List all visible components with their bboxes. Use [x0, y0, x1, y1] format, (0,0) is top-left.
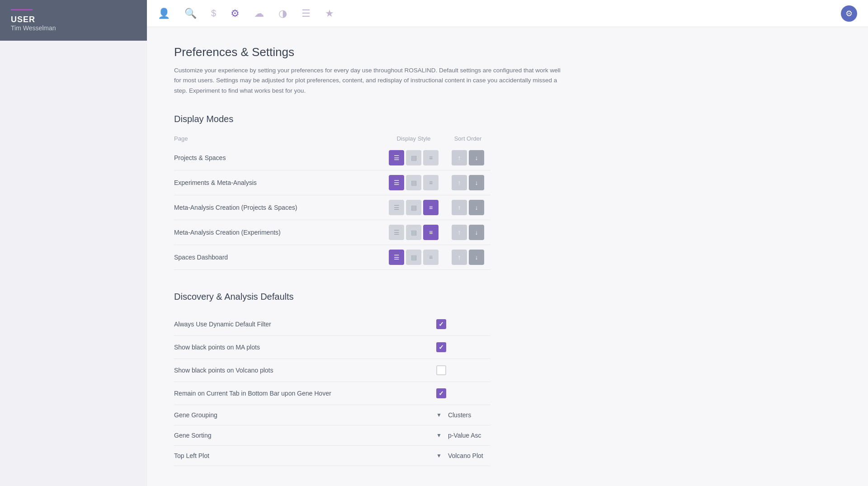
- table-row: Meta-Analysis Creation (Projects & Space…: [174, 195, 491, 220]
- style-btn-grid[interactable]: ▤: [406, 225, 421, 240]
- list-icon[interactable]: ☰: [302, 8, 311, 19]
- dropdown-arrow-icon: ▼: [436, 412, 442, 418]
- setting-label: Always Use Dynamic Default Filter: [174, 321, 436, 328]
- style-btn-compact[interactable]: ≡: [423, 250, 439, 265]
- style-btn-grid[interactable]: ▤: [406, 175, 421, 190]
- setting-row-gene-grouping: Gene Grouping ▼ Clusters: [174, 405, 491, 425]
- setting-control: [436, 365, 491, 375]
- page-description: Customize your experience by setting you…: [174, 66, 563, 96]
- style-btn-compact[interactable]: ≡: [423, 200, 439, 215]
- sidebar-header: USER Tim Wesselman: [0, 0, 147, 41]
- user-label: USER: [11, 15, 136, 24]
- star-icon[interactable]: ★: [325, 8, 334, 19]
- user-name: Tim Wesselman: [11, 24, 136, 32]
- style-buttons: ☰ ▤ ≡: [382, 225, 445, 240]
- setting-row-ma-plots: Show black points on MA plots: [174, 336, 491, 359]
- checkbox-remain-tab[interactable]: [436, 388, 446, 398]
- display-modes-section: Display Modes Page Display Style Sort Or…: [174, 114, 841, 270]
- setting-label: Gene Sorting: [174, 432, 436, 439]
- setting-label: Show black points on Volcano plots: [174, 367, 436, 374]
- gear-icon[interactable]: ⚙: [231, 8, 240, 19]
- user-icon[interactable]: 👤: [158, 8, 170, 19]
- dropdown-arrow-icon: ▼: [436, 432, 442, 439]
- order-buttons: ↑ ↓: [445, 200, 491, 215]
- style-buttons: ☰ ▤ ≡: [382, 150, 445, 165]
- setting-row-remain-tab: Remain on Current Tab in Bottom Bar upon…: [174, 382, 491, 405]
- style-btn-grid[interactable]: ▤: [406, 150, 421, 165]
- style-btn-grid[interactable]: ▤: [406, 250, 421, 265]
- style-buttons: ☰ ▤ ≡: [382, 200, 445, 215]
- checkbox-dynamic-filter[interactable]: [436, 319, 446, 329]
- setting-control[interactable]: ▼ p-Value Asc: [436, 432, 491, 439]
- setting-row-dynamic-filter: Always Use Dynamic Default Filter: [174, 313, 491, 336]
- style-btn-list[interactable]: ☰: [389, 150, 404, 165]
- dollar-icon[interactable]: $: [211, 8, 216, 19]
- setting-row-gene-sorting: Gene Sorting ▼ p-Value Asc: [174, 425, 491, 446]
- setting-label: Top Left Plot: [174, 452, 436, 459]
- dropdown-arrow-icon: ▼: [436, 453, 442, 459]
- checkbox-ma-plots[interactable]: [436, 342, 446, 352]
- topbar-right-gear[interactable]: ⚙: [841, 5, 857, 22]
- setting-label: Gene Grouping: [174, 411, 436, 419]
- discovery-defaults-section: Discovery & Analysis Defaults Always Use…: [174, 292, 841, 466]
- style-btn-list[interactable]: ☰: [389, 175, 404, 190]
- cloud-icon[interactable]: ☁: [254, 8, 264, 19]
- setting-control[interactable]: ▼ Clusters: [436, 411, 491, 419]
- gene-sorting-value: p-Value Asc: [448, 432, 481, 439]
- order-down-btn[interactable]: ↓: [469, 225, 484, 240]
- setting-control: [436, 319, 491, 329]
- style-btn-list[interactable]: ☰: [389, 250, 404, 265]
- table-row: Projects & Spaces ☰ ▤ ≡ ↑ ↓: [174, 146, 491, 170]
- table-row: Experiments & Meta-Analysis ☰ ▤ ≡ ↑ ↓: [174, 170, 491, 195]
- discovery-defaults-title: Discovery & Analysis Defaults: [174, 292, 841, 302]
- order-up-btn[interactable]: ↑: [452, 250, 467, 265]
- order-buttons: ↑ ↓: [445, 225, 491, 240]
- style-btn-compact[interactable]: ≡: [423, 150, 439, 165]
- page-name: Experiments & Meta-Analysis: [174, 179, 382, 186]
- topbar-right: ⚙: [841, 5, 857, 22]
- chart-icon[interactable]: ◑: [278, 8, 287, 19]
- checkbox-volcano-plots[interactable]: [436, 365, 446, 375]
- style-btn-list[interactable]: ☰: [389, 200, 404, 215]
- table-row: Spaces Dashboard ☰ ▤ ≡ ↑ ↓: [174, 245, 491, 270]
- order-up-btn[interactable]: ↑: [452, 200, 467, 215]
- order-up-btn[interactable]: ↑: [452, 175, 467, 190]
- setting-control: [436, 388, 491, 398]
- setting-row-top-left-plot: Top Left Plot ▼ Volcano Plot: [174, 446, 491, 466]
- sidebar-body: [0, 41, 147, 486]
- main-content: Preferences & Settings Customize your ex…: [147, 27, 868, 486]
- gene-grouping-value: Clusters: [448, 411, 471, 419]
- search-icon[interactable]: 🔍: [184, 8, 197, 19]
- style-btn-grid[interactable]: ▤: [406, 200, 421, 215]
- page-name: Meta-Analysis Creation (Projects & Space…: [174, 204, 382, 211]
- order-down-btn[interactable]: ↓: [469, 175, 484, 190]
- style-btn-list[interactable]: ☰: [389, 225, 404, 240]
- style-buttons: ☰ ▤ ≡: [382, 175, 445, 190]
- setting-control: [436, 342, 491, 352]
- order-up-btn[interactable]: ↑: [452, 150, 467, 165]
- order-down-btn[interactable]: ↓: [469, 150, 484, 165]
- page-name: Projects & Spaces: [174, 154, 382, 161]
- order-buttons: ↑ ↓: [445, 175, 491, 190]
- topbar: 👤 🔍 $ ⚙ ☁ ◑ ☰ ★ ⚙: [147, 0, 868, 27]
- order-buttons: ↑ ↓: [445, 250, 491, 265]
- top-left-plot-value: Volcano Plot: [448, 452, 483, 459]
- sidebar-accent: [11, 9, 33, 10]
- table-row: Meta-Analysis Creation (Experiments) ☰ ▤…: [174, 220, 491, 245]
- header-style: Display Style: [382, 135, 445, 142]
- style-btn-compact[interactable]: ≡: [423, 175, 439, 190]
- display-modes-header: Page Display Style Sort Order: [174, 135, 491, 142]
- setting-control[interactable]: ▼ Volcano Plot: [436, 452, 491, 459]
- style-btn-compact[interactable]: ≡: [423, 225, 439, 240]
- display-modes-title: Display Modes: [174, 114, 841, 124]
- header-order: Sort Order: [445, 135, 491, 142]
- order-buttons: ↑ ↓: [445, 150, 491, 165]
- header-page: Page: [174, 135, 382, 142]
- order-up-btn[interactable]: ↑: [452, 225, 467, 240]
- style-buttons: ☰ ▤ ≡: [382, 250, 445, 265]
- order-down-btn[interactable]: ↓: [469, 250, 484, 265]
- page-name: Spaces Dashboard: [174, 254, 382, 261]
- order-down-btn[interactable]: ↓: [469, 200, 484, 215]
- display-modes-table: Page Display Style Sort Order Projects &…: [174, 135, 491, 270]
- page-name: Meta-Analysis Creation (Experiments): [174, 229, 382, 236]
